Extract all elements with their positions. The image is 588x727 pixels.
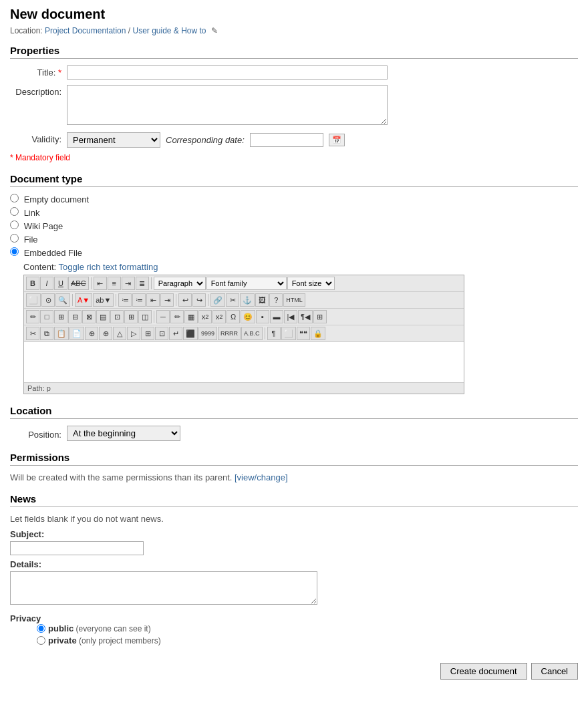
subscript-button[interactable]: x2 (198, 310, 212, 323)
breadcrumb-link-2[interactable]: User guide & How to (132, 26, 206, 35)
tb-r4-4[interactable]: 📄 (69, 327, 84, 340)
highlight-button[interactable]: ab▼ (93, 293, 114, 307)
toggle-rich-text-link[interactable]: Toggle rich text formatting (59, 262, 158, 272)
tb-r4-17[interactable]: ⬜ (281, 327, 296, 340)
tb-r3-12[interactable]: ▪ (256, 310, 269, 323)
html-button[interactable]: HTML (283, 293, 305, 307)
redo-button[interactable]: ↪ (192, 293, 206, 307)
ordered-list-button[interactable]: ≔ (132, 293, 146, 307)
font-family-select[interactable]: Font family Arial Times New Roman Courie… (206, 277, 287, 290)
doc-type-file[interactable]: File (10, 234, 578, 245)
tb-btn-r2-2[interactable]: ⊙ (41, 293, 55, 307)
align-right-button[interactable]: ⇥ (122, 277, 135, 290)
font-color-button[interactable]: A▼ (75, 293, 92, 307)
title-input[interactable] (67, 65, 388, 80)
news-hint: Let fields blank if you do not want news… (10, 514, 578, 524)
edit-location-icon[interactable]: ✎ (211, 26, 218, 35)
doc-type-radio-embedded[interactable] (10, 247, 19, 256)
tb-r4-12[interactable]: ⬛ (183, 327, 198, 340)
align-justify-button[interactable]: ≣ (136, 277, 149, 290)
tb-r3-8[interactable]: ⊞ (124, 310, 138, 323)
tb-r3-5[interactable]: ⊠ (82, 310, 96, 323)
tb-r4-3[interactable]: 📋 (54, 327, 69, 340)
subject-input[interactable] (10, 541, 144, 555)
subject-container: Subject: (10, 529, 578, 555)
indent-dec-button[interactable]: ⇤ (146, 293, 160, 307)
doc-type-radio-file[interactable] (10, 234, 19, 243)
tb-r3-7[interactable]: ⊡ (110, 310, 124, 323)
tb-r4-19[interactable]: 🔒 (311, 327, 325, 340)
tb-r3-4[interactable]: ⊟ (68, 310, 82, 323)
tb-r3-13[interactable]: ▬ (270, 310, 283, 323)
tb-r3-2[interactable]: □ (40, 310, 53, 323)
create-document-button[interactable]: Create document (440, 663, 527, 680)
unordered-list-button[interactable]: ≔ (118, 293, 132, 307)
details-input[interactable] (10, 571, 317, 605)
tb-r4-18[interactable]: ❝❝ (297, 327, 310, 340)
privacy-private-radio[interactable] (37, 636, 45, 645)
bold-button[interactable]: B (26, 277, 39, 290)
position-select[interactable]: At the beginning At the end (67, 426, 180, 441)
doc-type-empty[interactable]: Empty document (10, 194, 578, 204)
strikethrough-button[interactable]: ABC (68, 277, 89, 290)
tb-r4-5[interactable]: ⊕ (85, 327, 98, 340)
underline-button[interactable]: U (54, 277, 67, 290)
cancel-button[interactable]: Cancel (531, 663, 578, 680)
tb-r3-9[interactable]: ◫ (138, 310, 152, 323)
align-left-button[interactable]: ⇤ (94, 277, 107, 290)
tb-btn-r2-1[interactable]: ⬜ (26, 293, 41, 307)
special-char-button[interactable]: Ω (227, 310, 240, 323)
tb-r4-16[interactable]: ¶ (267, 327, 281, 340)
validity-select[interactable]: Permanent Temporary (67, 132, 160, 148)
description-input[interactable] (67, 85, 388, 125)
tb-btn-r2-3[interactable]: 🔍 (55, 293, 70, 307)
image-button[interactable]: 🖼 (255, 293, 269, 307)
doc-type-link[interactable]: Link (10, 207, 578, 218)
privacy-public-radio[interactable] (37, 624, 45, 633)
tb-r3-16[interactable]: ⊞ (313, 310, 327, 323)
italic-button[interactable]: I (40, 277, 53, 290)
tb-r4-13[interactable]: 9999 (198, 327, 217, 340)
validity-row: Validity: Permanent Temporary Correspond… (10, 132, 578, 148)
tb-r3-1[interactable]: ✏ (26, 310, 39, 323)
smiley-button[interactable]: 😊 (241, 310, 255, 323)
tb-r4-10[interactable]: ⊡ (155, 327, 168, 340)
doc-type-radio-empty[interactable] (10, 194, 19, 202)
undo-button[interactable]: ↩ (178, 293, 192, 307)
tb-r3-10[interactable]: ─ (156, 310, 170, 323)
tb-r3-15[interactable]: ¶◀ (298, 310, 313, 323)
indent-inc-button[interactable]: ⇥ (160, 293, 174, 307)
tb-r4-9[interactable]: ⊞ (141, 327, 154, 340)
tb-r4-15[interactable]: A.B.C (241, 327, 263, 340)
toolbar-sep-5 (176, 294, 176, 306)
tb-r3-3[interactable]: ⊞ (54, 310, 67, 323)
doc-type-radio-link[interactable] (10, 207, 19, 216)
date-input[interactable] (250, 133, 323, 147)
question-button[interactable]: ? (269, 293, 283, 307)
view-change-link[interactable]: [view/change] (235, 472, 288, 482)
anchor-button[interactable]: ⚓ (240, 293, 255, 307)
doc-type-embedded[interactable]: Embedded File (10, 247, 578, 258)
link-button[interactable]: 🔗 (210, 293, 225, 307)
breadcrumb-link-1[interactable]: Project Documentation (45, 26, 126, 35)
table-button[interactable]: ▦ (184, 310, 198, 323)
doc-type-radio-wiki[interactable] (10, 221, 19, 229)
tb-r3-14[interactable]: |◀ (284, 310, 297, 323)
font-size-select[interactable]: Font size 81012 14161824 (287, 277, 335, 290)
tb-r4-11[interactable]: ↵ (169, 327, 182, 340)
align-center-button[interactable]: ≡ (108, 277, 121, 290)
editor-content-area[interactable] (24, 342, 464, 382)
tb-r4-14[interactable]: RRRR (218, 327, 241, 340)
doc-type-wiki[interactable]: Wiki Page (10, 221, 578, 231)
tb-r4-8[interactable]: ▷ (127, 327, 140, 340)
calendar-button[interactable]: 📅 (329, 134, 345, 146)
superscript-button[interactable]: x2 (212, 310, 226, 323)
tb-r4-6[interactable]: ⊕ (99, 327, 112, 340)
tb-r4-7[interactable]: △ (113, 327, 126, 340)
tb-r3-11[interactable]: ✏ (170, 310, 184, 323)
tb-r3-6[interactable]: ▤ (96, 310, 110, 323)
paragraph-select[interactable]: Paragraph Heading 1 Heading 2 Heading 3 (154, 277, 206, 290)
unlink-button[interactable]: ✂ (226, 293, 239, 307)
tb-r4-2[interactable]: ⧉ (40, 327, 53, 340)
tb-r4-1[interactable]: ✂ (26, 327, 39, 340)
